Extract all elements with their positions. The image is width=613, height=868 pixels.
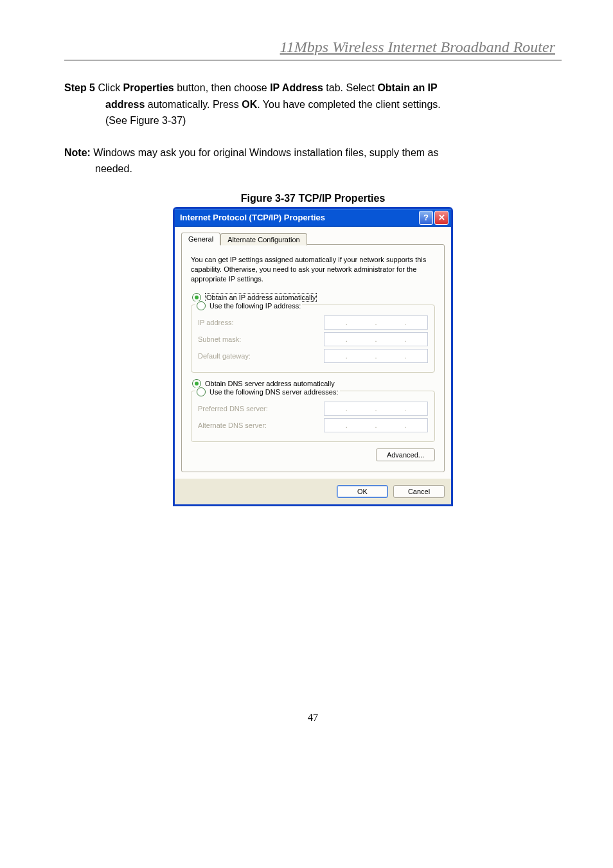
alternate-dns-label: Alternate DNS server: bbox=[198, 421, 267, 429]
radio-obtain-dns[interactable] bbox=[192, 379, 201, 388]
dialog-titlebar: Internet Protocol (TCP/IP) Properties ? … bbox=[175, 209, 451, 227]
dns-group: Use the following DNS server addresses: … bbox=[191, 391, 435, 442]
radio-obtain-dns-label: Obtain DNS server address automatically bbox=[205, 380, 335, 387]
subnet-mask-input: ... bbox=[324, 332, 428, 346]
dialog-info-text: You can get IP settings assigned automat… bbox=[191, 255, 435, 284]
ip-group: Use the following IP address: IP address… bbox=[191, 305, 435, 373]
radio-obtain-ip[interactable] bbox=[192, 293, 201, 302]
default-gateway-label: Default gateway: bbox=[198, 352, 251, 360]
tab-general[interactable]: General bbox=[181, 233, 220, 245]
preferred-dns-label: Preferred DNS server: bbox=[198, 405, 268, 412]
figure-caption: Figure 3-37 TCP/IP Properties bbox=[64, 193, 562, 204]
preferred-dns-input: ... bbox=[324, 402, 428, 416]
alternate-dns-input: ... bbox=[324, 418, 428, 432]
advanced-button[interactable]: Advanced... bbox=[376, 448, 435, 461]
tabs: General Alternate Configuration bbox=[181, 233, 445, 245]
step-bold: address bbox=[105, 99, 145, 110]
step-5-block: Step 5 Click Properties button, then cho… bbox=[64, 80, 562, 129]
cancel-button[interactable]: Cancel bbox=[393, 485, 445, 498]
ip-address-input: ... bbox=[324, 315, 428, 330]
tab-alternate-configuration[interactable]: Alternate Configuration bbox=[220, 233, 307, 245]
note-text: needed. bbox=[64, 161, 562, 177]
radio-use-ip-label: Use the following IP address: bbox=[209, 302, 301, 310]
radio-use-ip[interactable] bbox=[197, 301, 206, 310]
step-text: Click bbox=[95, 82, 123, 93]
step-text: . You have completed the client settings… bbox=[257, 99, 441, 110]
default-gateway-input: ... bbox=[324, 349, 428, 363]
step-bold: IP Address bbox=[270, 82, 323, 93]
note-text: Windows may ask you for original Windows… bbox=[91, 147, 439, 158]
ok-button[interactable]: OK bbox=[337, 485, 388, 498]
page-number: 47 bbox=[64, 712, 562, 723]
step-bold: Obtain an IP bbox=[377, 82, 437, 93]
close-button[interactable]: ✕ bbox=[434, 211, 449, 225]
step-label: Step 5 bbox=[64, 82, 95, 93]
radio-use-dns-label: Use the following DNS server addresses: bbox=[209, 388, 339, 396]
radio-use-dns[interactable] bbox=[197, 387, 206, 396]
doc-header-title: 11Mbps Wireless Internet Broadband Route… bbox=[64, 39, 562, 56]
step-text: (See Figure 3-37) bbox=[64, 112, 562, 129]
step-bold: OK bbox=[242, 99, 257, 110]
note-block: Note: Windows may ask you for original W… bbox=[64, 145, 562, 177]
help-button[interactable]: ? bbox=[419, 211, 433, 225]
step-bold: Properties bbox=[123, 82, 174, 93]
ip-address-label: IP address: bbox=[198, 319, 233, 326]
dialog-footer: OK Cancel bbox=[175, 479, 451, 504]
subnet-mask-label: Subnet mask: bbox=[198, 335, 241, 343]
note-label: Note: bbox=[64, 147, 91, 158]
step-text: tab. Select bbox=[323, 82, 378, 93]
step-text: button, then choose bbox=[174, 82, 270, 93]
radio-obtain-ip-label: Obtain an IP address automatically bbox=[205, 293, 317, 302]
step-text: automatically. Press bbox=[145, 99, 242, 110]
tab-panel-general: You can get IP settings assigned automat… bbox=[181, 244, 445, 472]
dialog-title: Internet Protocol (TCP/IP) Properties bbox=[180, 213, 325, 222]
tcpip-dialog: Internet Protocol (TCP/IP) Properties ? … bbox=[173, 207, 453, 506]
header-rule bbox=[64, 60, 562, 60]
